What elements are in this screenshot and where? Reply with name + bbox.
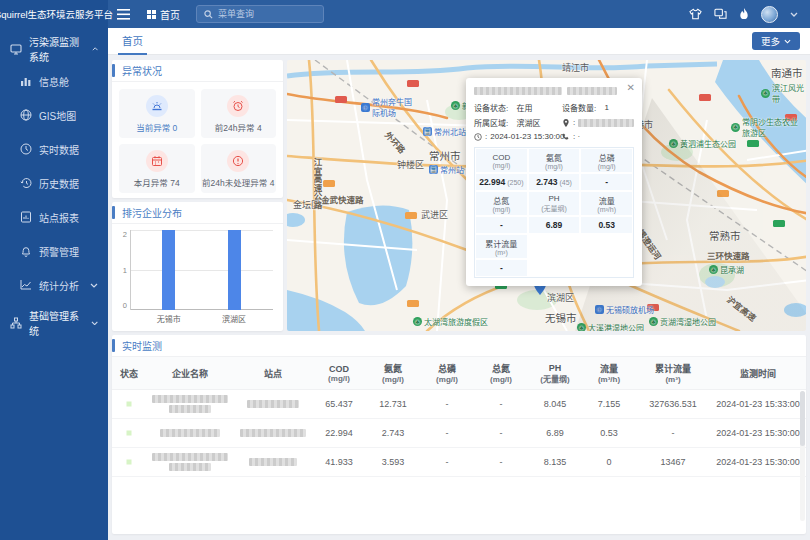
card-label: 前24h未处理异常 xyxy=(202,178,267,188)
panel-title: 排污企业分布 xyxy=(112,202,283,224)
report-icon xyxy=(20,211,32,223)
sidebar-item-history-data[interactable]: 历史数据 xyxy=(0,166,108,200)
card-current-abnormal[interactable]: 当前异常 0 xyxy=(119,89,195,138)
chevron-up-icon xyxy=(92,47,98,51)
poi-airport[interactable]: ✈常州奔牛国际机场 xyxy=(361,96,419,118)
card-label: 当前异常 xyxy=(136,123,170,133)
y-axis: 2 1 0 xyxy=(118,230,130,324)
poi-park[interactable]: ♣黄泗浦生态公园 xyxy=(669,138,736,149)
clock-icon xyxy=(474,133,482,141)
bell-icon xyxy=(20,245,32,257)
chevron-down-icon xyxy=(784,39,791,44)
more-button-label: 更多 xyxy=(761,34,780,48)
chevron-down-icon xyxy=(91,321,98,326)
bar-wuxi[interactable]: 无锡市 xyxy=(162,230,175,310)
poi-park[interactable]: ♣大溪港湿地公园 xyxy=(577,322,644,331)
table-row[interactable]: 41.9333.593- -8.1350 134672024-01-23 15:… xyxy=(112,448,806,477)
sidebar-item-label: 信息舱 xyxy=(39,74,69,89)
exclamation-circle-icon xyxy=(227,150,249,172)
card-label: 本月异常 xyxy=(134,178,168,188)
sidebar-group-base-system[interactable]: 基础管理系统 xyxy=(0,308,108,338)
device-status: 设备状态: 在用 xyxy=(474,102,562,113)
sidebar-item-realtime-data[interactable]: 实时数据 xyxy=(0,132,108,166)
bar-binhu[interactable]: 滨湖区 xyxy=(228,230,241,310)
phone-icon xyxy=(562,133,570,141)
poi-park[interactable]: ♣贡湖湾湿地公园 xyxy=(649,316,716,327)
sidebar-item-statistics[interactable]: 统计分析 xyxy=(0,268,108,302)
tab-home[interactable]: 首页 xyxy=(118,28,147,55)
y-tick: 0 xyxy=(123,301,127,310)
map-label-city: 常州市 xyxy=(429,148,461,163)
panel-title: 实时监测 xyxy=(112,335,806,357)
enterprise-distribution-panel: 排污企业分布 2 1 0 xyxy=(112,202,283,331)
poi-lake[interactable]: ♣昆承湖 xyxy=(709,264,744,275)
redacted-company-name xyxy=(474,87,562,95)
card-value: 0 xyxy=(173,123,178,133)
table-scrollbar[interactable] xyxy=(800,391,805,521)
tab-bar: 首页 更多 xyxy=(108,28,810,55)
map-label-city: 无锡市 xyxy=(545,310,577,325)
y-tick: 1 xyxy=(123,266,127,275)
map-label-city: 靖江市 xyxy=(562,61,589,74)
card-24h-unhandled[interactable]: 前24h未处理异常 4 xyxy=(201,144,277,193)
poi-park[interactable]: ♣太湖湾旅游度假区 xyxy=(413,316,488,327)
table-row[interactable]: 65.43712.731- -8.0457.155 327636.5312024… xyxy=(112,390,806,419)
table-row[interactable]: 22.9942.743- -6.890.53 -2024-01-23 15:30… xyxy=(112,419,806,448)
user-menu-caret-icon[interactable] xyxy=(790,10,798,19)
sidebar-item-station-report[interactable]: 站点报表 xyxy=(0,200,108,234)
popup-title-redacted xyxy=(474,87,634,95)
table-header-row: 状态 企业名称 站点 COD(mg/l) 氨氮(mg/l) 总磷(mg/l) 总… xyxy=(112,357,806,390)
map-label-road: 金武快速路 xyxy=(321,193,364,205)
search-icon xyxy=(204,10,213,19)
sidebar-item-gis-map[interactable]: GIS地图 xyxy=(0,98,108,132)
user-avatar[interactable] xyxy=(761,6,778,23)
card-month-abnormal[interactable]: 本月异常 74 xyxy=(119,144,195,193)
menu-search[interactable] xyxy=(196,5,324,23)
clock-icon xyxy=(20,143,32,155)
sidebar-item-label: 历史数据 xyxy=(39,176,79,191)
breadcrumb[interactable]: 首页 xyxy=(139,7,188,22)
redacted-company-name xyxy=(567,87,617,95)
search-input[interactable] xyxy=(218,9,318,19)
bar-chart-icon xyxy=(20,75,32,87)
gridline xyxy=(131,270,273,271)
panel-title: 异常状况 xyxy=(112,60,283,82)
close-icon[interactable]: ✕ xyxy=(627,83,635,93)
sidebar-item-label: GIS地图 xyxy=(39,108,76,123)
sidebar-group-pollution-monitor[interactable]: 污染源监测系统 xyxy=(0,34,108,64)
topbar-actions xyxy=(689,6,810,23)
card-label: 前24h异常 xyxy=(215,123,255,133)
redacted-company-name xyxy=(146,427,234,439)
map-label-district: 钟楼区 xyxy=(397,158,424,171)
sidebar-item-info-cabin[interactable]: 信息舱 xyxy=(0,64,108,98)
theme-shirt-icon[interactable] xyxy=(689,8,702,20)
redacted-company-name xyxy=(146,393,234,415)
address: : xyxy=(562,117,634,128)
card-24h-abnormal[interactable]: 前24h异常 4 xyxy=(201,89,277,138)
sidebar-collapse-button[interactable] xyxy=(108,0,139,28)
card-value: 74 xyxy=(170,178,179,188)
map-label-district: 武进区 xyxy=(421,208,448,221)
gis-map[interactable]: 靖江市 南通市 张家港市 常州市 钟楼区 金坛区 武进区 常熟市 无锡市 滨湖区… xyxy=(287,60,806,331)
poi-train-station[interactable]: 🚆常州站 xyxy=(429,164,464,175)
map-label-city: 常熟市 xyxy=(709,228,741,243)
gridline xyxy=(131,230,273,231)
alarm-clock-icon xyxy=(227,95,249,117)
poi-park[interactable]: ♣常阴沙生态农业旅游区 xyxy=(731,116,803,138)
grid-icon xyxy=(147,10,156,19)
fullscreen-icon[interactable] xyxy=(714,8,727,20)
redacted-station-name xyxy=(234,398,312,410)
alert-flame-icon[interactable] xyxy=(739,8,749,20)
poi-train-station[interactable]: 🚆常州北站 xyxy=(423,126,466,137)
calendar-icon xyxy=(146,150,168,172)
sidebar-item-label: 统计分析 xyxy=(39,278,79,293)
sidebar-item-label: 站点报表 xyxy=(39,210,79,225)
hamburger-icon xyxy=(117,9,130,20)
sidebar-item-warning-manage[interactable]: 预警管理 xyxy=(0,234,108,268)
redacted-station-name xyxy=(234,456,312,468)
x-tick-label: 无锡市 xyxy=(157,313,181,324)
poi-park[interactable]: ♣滨江风光带 xyxy=(761,82,806,104)
sidebar-group-label: 污染源监测系统 xyxy=(29,34,85,64)
more-button[interactable]: 更多 xyxy=(752,32,800,50)
poi-airport[interactable]: ✈无锡硕放机场 xyxy=(595,304,654,315)
